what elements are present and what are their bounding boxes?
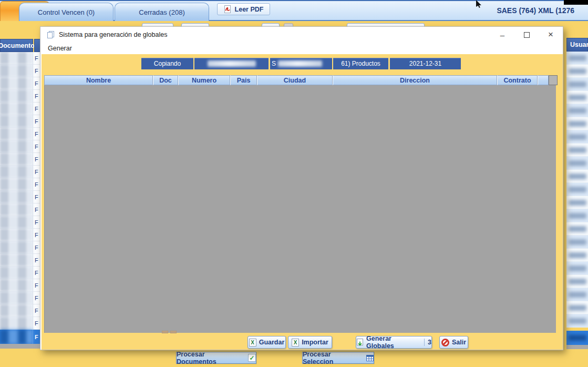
menu-item-generar[interactable]: Generar (46, 44, 74, 53)
generar-globales-label: Generar Globales (366, 335, 420, 350)
table-row[interactable]: F (0, 254, 40, 267)
mouse-cursor-icon (476, 0, 482, 10)
procesar-seleccion-button[interactable]: Procesar Seleccion (302, 352, 374, 364)
table-row[interactable]: F (0, 292, 40, 304)
flag-cell: F (33, 128, 40, 140)
table-row[interactable]: F (0, 77, 40, 90)
redacted-cell (0, 65, 33, 77)
guardar-button[interactable]: Guardar (247, 336, 286, 349)
left-panel-footer-strip (0, 344, 40, 349)
table-row[interactable] (566, 183, 588, 196)
leer-pdf-button[interactable]: Leer PDF (217, 3, 270, 15)
table-row[interactable]: F (0, 128, 40, 140)
table-row[interactable]: F (0, 241, 40, 254)
table-row[interactable] (566, 144, 588, 157)
selected-table-row[interactable] (566, 331, 588, 345)
table-row[interactable]: F (0, 267, 40, 279)
column-header-documento[interactable]: Documento (0, 39, 33, 52)
grid-header-direccion[interactable]: Direccion (333, 75, 497, 85)
flag-cell: F (33, 90, 40, 102)
redacted-cell (569, 147, 586, 153)
table-row[interactable] (566, 52, 588, 65)
table-row[interactable] (566, 262, 588, 275)
table-row[interactable] (566, 130, 588, 144)
redacted-cell (0, 330, 33, 344)
table-row[interactable] (566, 91, 588, 104)
table-row[interactable]: F (0, 203, 40, 216)
table-row[interactable]: F (0, 140, 40, 153)
tab-cerradas[interactable]: Cerradas (208) (115, 3, 209, 21)
table-row[interactable] (566, 222, 588, 236)
table-row[interactable]: F (0, 229, 40, 241)
redacted-cell (569, 108, 586, 114)
importar-label: Importar (302, 339, 328, 346)
table-row[interactable]: F (0, 90, 40, 103)
table-row[interactable] (566, 157, 588, 170)
table-row[interactable]: F (0, 304, 40, 317)
redacted-cell (569, 252, 586, 258)
grid-header-nombre[interactable]: Nombre (44, 75, 153, 85)
status-segment-label: S (272, 60, 276, 67)
flag-cell: F (33, 203, 40, 216)
column-header-usuario[interactable]: Usuario (566, 38, 588, 52)
table-row[interactable]: F (0, 103, 40, 115)
redacted-cell (569, 95, 586, 100)
salir-button[interactable]: Salir (439, 336, 468, 349)
flag-cell: F (33, 65, 40, 77)
redacted-cell (0, 279, 33, 291)
table-row[interactable]: F (0, 65, 40, 77)
table-row[interactable] (566, 301, 588, 314)
redacted-cell (569, 134, 586, 140)
grid-header-doc[interactable]: Doc (153, 75, 178, 85)
flag-cell: F (33, 304, 40, 317)
flag-cell: F (33, 191, 40, 203)
table-row[interactable] (566, 117, 588, 130)
table-row[interactable]: F (0, 279, 40, 292)
flag-cell: F (33, 115, 40, 127)
flag-cell: F (33, 292, 40, 304)
table-row[interactable]: F (0, 153, 40, 166)
table-row[interactable] (566, 288, 588, 301)
tab-control-vencen[interactable]: Control Vencen (0) (19, 3, 114, 21)
grid-icon (366, 355, 374, 361)
table-row[interactable] (566, 249, 588, 262)
status-segment-redacted: S (270, 58, 332, 69)
grid-header-numero[interactable]: Numero (178, 75, 230, 85)
grid-header-contrato[interactable]: Contrato (497, 75, 538, 85)
maximize-button[interactable] (514, 27, 539, 43)
table-row[interactable]: F (0, 191, 40, 203)
generar-globales-button[interactable]: Generar Globales 3 (356, 336, 432, 349)
grid-header-pais[interactable]: Pais (230, 75, 257, 85)
procesar-seleccion-label: Procesar Seleccion (303, 351, 363, 365)
table-row[interactable] (566, 104, 588, 117)
table-row[interactable]: F (0, 216, 40, 229)
importar-button[interactable]: Importar (288, 336, 332, 349)
close-button[interactable]: × (539, 27, 563, 43)
table-row[interactable] (566, 78, 588, 91)
table-row[interactable]: F (0, 115, 40, 128)
redacted-text (278, 60, 322, 67)
table-row[interactable] (566, 314, 588, 328)
table-row[interactable]: F (0, 52, 40, 65)
grid-header-ciudad[interactable]: Ciudad (257, 75, 333, 85)
table-row[interactable] (566, 65, 588, 78)
table-row[interactable]: F (0, 178, 40, 191)
grid-header-blank (538, 75, 549, 85)
table-row[interactable] (566, 275, 588, 288)
table-row[interactable]: F (0, 317, 40, 330)
table-row[interactable] (566, 170, 588, 183)
table-row[interactable] (566, 236, 588, 249)
procesar-documentos-button[interactable]: Procesar Documentos (176, 352, 256, 364)
table-row[interactable] (566, 209, 588, 222)
table-row[interactable]: F (0, 166, 40, 178)
dialog-body: Copiando S 61) Productos 2021-12-31 Nomb… (42, 54, 563, 350)
flag-cell: F (33, 241, 40, 253)
selected-table-row[interactable]: F (0, 330, 40, 344)
minimize-button[interactable]: – (490, 27, 514, 43)
flag-cell: F (33, 279, 40, 291)
flag-cell: F (33, 178, 40, 190)
redaction-box (564, 0, 588, 5)
table-row[interactable] (566, 196, 588, 209)
dialog-title-bar[interactable]: Sistema para generación de globales (40, 27, 563, 43)
flag-cell: F (33, 77, 40, 89)
